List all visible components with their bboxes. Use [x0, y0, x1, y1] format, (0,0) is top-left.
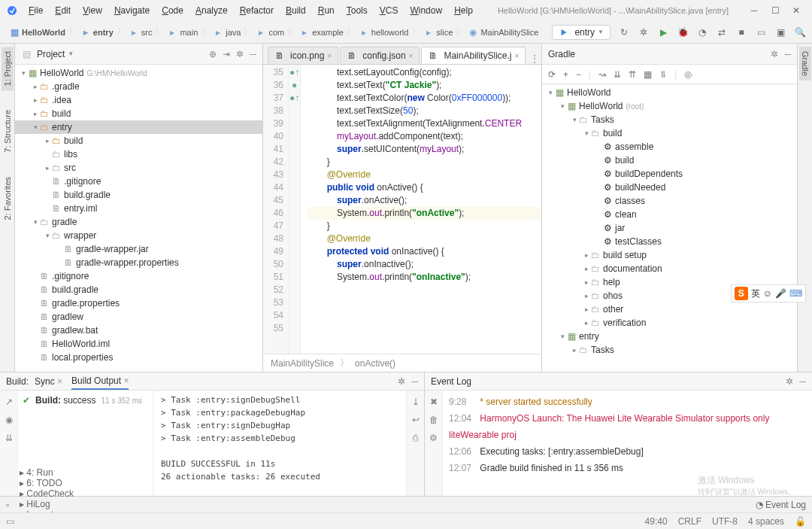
tree-item-verification[interactable]: ▸🗀verification [542, 316, 797, 330]
run-config-selector[interactable]: entry ▼ [552, 25, 611, 40]
status-message-icon[interactable]: ▭ [6, 516, 14, 527]
tree-item-HelloWorld-iml[interactable]: 🗎HelloWorld.iml [15, 337, 262, 351]
tree-item-build[interactable]: ▸🗀build [15, 134, 262, 147]
remove-icon[interactable]: − [576, 69, 581, 80]
tree-item-testClasses[interactable]: ⚙testClasses [542, 235, 797, 248]
breadcrumb-MainAbilitySlice[interactable]: ◉MainAbilitySlice [465, 27, 541, 38]
menu-tools[interactable]: Tools [342, 4, 372, 17]
pin-icon[interactable]: ↗ [5, 397, 13, 407]
editor-gutter[interactable]: ●↑●●↑ [289, 65, 301, 354]
tree-item-buildDependents[interactable]: ⚙buildDependents [542, 167, 797, 181]
gradle-tree[interactable]: ▾▦HelloWorld▾▦HelloWorld(root)▾🗀Tasks▾🗀b… [542, 84, 797, 372]
toolwindow-eventlog[interactable]: ◔ Event Log [756, 500, 806, 510]
eventlog-row[interactable]: 12:04 HarmonyOS Launch: The Huawei Lite … [449, 410, 806, 443]
scroll-to-icon[interactable]: ⊕ [209, 49, 217, 59]
eventlog-row[interactable]: 12:07 Gradle build finished in 11 s 356 … [449, 460, 806, 476]
line-ending[interactable]: CRLF [678, 516, 701, 527]
settings-icon[interactable]: ✲ [786, 376, 793, 387]
editor-tab-MainAbilitySlice-j[interactable]: 🗎MainAbilitySlice.j× [421, 47, 526, 64]
tree-item-entry[interactable]: ▾🗀entry [15, 120, 262, 134]
settings-icon[interactable]: ✲ [771, 49, 778, 59]
hide-icon[interactable]: ─ [799, 376, 806, 387]
menu-window[interactable]: Window [405, 4, 447, 17]
gear-icon[interactable]: ✲ [638, 26, 650, 38]
menu-code[interactable]: Code [157, 4, 188, 17]
tree-item-gradlew[interactable]: 🗎gradlew [15, 310, 262, 324]
tree-item--idea[interactable]: ▸🗀.idea [15, 93, 262, 107]
editor-tab-icon-png[interactable]: 🗎icon.png× [268, 47, 338, 64]
breadcrumb-slice[interactable]: ▸slice [420, 27, 456, 38]
encoding[interactable]: UTF-8 [712, 516, 738, 527]
collapse-icon[interactable]: ⇥ [223, 49, 230, 59]
close-button[interactable]: ✕ [791, 5, 801, 16]
close-icon[interactable]: × [327, 52, 332, 60]
tree-item--gitignore[interactable]: 🗎.gitignore [15, 269, 262, 283]
clear-icon[interactable]: ✖ [430, 397, 438, 407]
ime-keyboard-icon[interactable]: ⌨ [789, 288, 802, 299]
tree-item-classes[interactable]: ⚙classes [542, 194, 797, 208]
dropdown-icon[interactable]: ▼ [68, 50, 74, 57]
tree-item-Tasks[interactable]: ▸🗀Tasks [542, 343, 797, 357]
tree-item--gitignore[interactable]: 🗎.gitignore [15, 175, 262, 188]
hide-icon[interactable]: ─ [411, 376, 418, 387]
menu-navigate[interactable]: Navigate [110, 4, 154, 17]
sdk-icon[interactable]: ▣ [774, 26, 786, 38]
tree-item-libs[interactable]: 🗀libs [15, 147, 262, 161]
build-output[interactable]: > Task :entry:signDebugShell > Task :ent… [153, 391, 406, 496]
eventlog-content[interactable]: 9:28 * server started successfully12:04 … [443, 391, 812, 496]
tree-item-build-gradle[interactable]: 🗎build.gradle [15, 188, 262, 202]
breadcrumb-java[interactable]: ▸java [210, 27, 244, 38]
editor-tab-config-json[interactable]: 🗎config.json× [340, 47, 420, 64]
stop-icon[interactable]: ■ [735, 26, 747, 38]
menu-help[interactable]: Help [450, 4, 477, 17]
tree-item-HelloWorld[interactable]: ▾▦HelloWorldG:\HM\HelloWorld [15, 66, 262, 80]
tree-item-gradlew-bat[interactable]: 🗎gradlew.bat [15, 324, 262, 337]
breadcrumb-src[interactable]: ▸src [126, 27, 156, 38]
ime-emoji-icon[interactable]: ☺ [763, 288, 772, 299]
menu-vcs[interactable]: VCS [375, 4, 403, 17]
tree-item-gradle[interactable]: ▾🗀gradle [15, 215, 262, 229]
breadcrumb-main[interactable]: ▸main [164, 27, 201, 38]
attach-icon[interactable]: ⇄ [716, 26, 728, 38]
tree-item-other[interactable]: ▸🗀other [542, 303, 797, 316]
breadcrumb-example[interactable]: ▸example [296, 27, 347, 38]
tree-item-assemble[interactable]: ⚙assemble [542, 140, 797, 154]
readonly-icon[interactable]: 🔓 [795, 516, 806, 527]
tree-item-local-properties[interactable]: 🗎local.properties [15, 351, 262, 364]
tree-item-build[interactable]: ▾🗀build [542, 126, 797, 140]
sync-icon[interactable]: ↻ [618, 26, 630, 38]
tree-item-gradle-wrapper-jar[interactable]: 🗎gradle-wrapper.jar [15, 242, 262, 256]
hide-icon[interactable]: ─ [250, 49, 256, 59]
tree-item-buildNeeded[interactable]: ⚙buildNeeded [542, 181, 797, 194]
tasks-icon[interactable]: ▦ [644, 69, 652, 80]
tree-item-src[interactable]: ▸🗀src [15, 161, 262, 175]
hide-icon[interactable]: ─ [784, 49, 791, 59]
tree-item-HelloWorld[interactable]: ▾▦HelloWorld(root) [542, 99, 797, 113]
offline-icon[interactable]: ⥮ [659, 69, 667, 80]
build-tab-output[interactable]: Build Output × [71, 373, 129, 390]
more-tabs-icon[interactable]: ⋮ [530, 53, 539, 64]
refresh-icon[interactable]: ⟳ [548, 69, 556, 80]
tree-item-gradle-wrapper-properties[interactable]: 🗎gradle-wrapper.properties [15, 256, 262, 269]
execute-icon[interactable]: ↝ [598, 69, 606, 80]
toolwindow-tab-project[interactable]: 1: Project [2, 47, 14, 90]
toolwindow-tab-favorites[interactable]: 2: Favorites [2, 172, 14, 224]
editor-breadcrumb[interactable]: MainAbilitySlice 〉 onActive() [263, 354, 541, 372]
breadcrumb-entry[interactable]: ▸entry [77, 27, 117, 38]
menu-file[interactable]: File [24, 4, 47, 17]
tree-item-clean[interactable]: ⚙clean [542, 208, 797, 221]
tree-item-build[interactable]: ⚙build [542, 154, 797, 167]
menu-analyze[interactable]: Analyze [191, 4, 232, 17]
tree-item-build[interactable]: ▸🗀build [15, 107, 262, 120]
editor-crumb-method[interactable]: onActive() [355, 358, 395, 369]
quick-access-icon[interactable]: ▫ [6, 500, 9, 510]
build-tab-sync[interactable]: Sync × [35, 374, 62, 389]
menu-build[interactable]: Build [281, 4, 311, 17]
settings-icon[interactable]: ⚙ [429, 433, 438, 443]
tree-item-HelloWorld[interactable]: ▾▦HelloWorld [542, 86, 797, 99]
profile-icon[interactable]: ◔ [696, 26, 708, 38]
ime-voice-icon[interactable]: 🎤 [775, 288, 786, 299]
run-icon[interactable]: ▶ [657, 26, 669, 38]
link-icon[interactable]: ◎ [684, 69, 692, 80]
scroll-icon[interactable]: ⤓ [412, 397, 420, 407]
